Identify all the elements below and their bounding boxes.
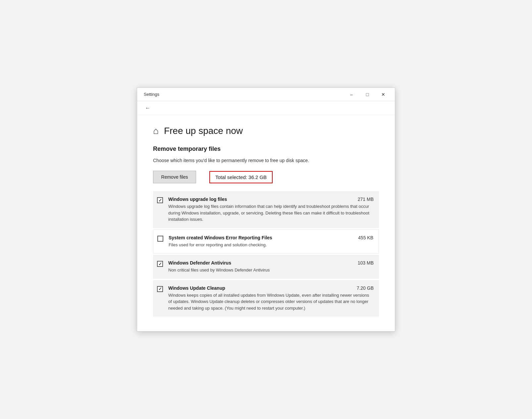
item-1-size: 271 MB — [358, 197, 374, 202]
checkbox-windows-update-cleanup[interactable] — [157, 286, 163, 292]
nav-bar: ← — [137, 101, 395, 115]
item-1-name: Windows upgrade log files — [168, 197, 227, 202]
back-button[interactable]: ← — [142, 104, 153, 112]
item-3-header: Windows Defender Antivirus 103 MB — [168, 260, 374, 266]
remove-files-button[interactable]: Remove files — [153, 171, 196, 183]
item-4-desc: Windows keeps copies of all installed up… — [168, 292, 374, 312]
item-2-header: System created Windows Error Reporting F… — [169, 235, 373, 240]
checkbox-icon[interactable] — [157, 261, 163, 267]
item-3-desc: Non critical files used by Windows Defen… — [168, 267, 374, 273]
checkbox-icon[interactable] — [157, 197, 163, 203]
item-3-name: Windows Defender Antivirus — [168, 260, 231, 266]
checkbox-error-reporting[interactable] — [157, 236, 163, 242]
action-row: Remove files Total selected: 36.2 GB — [153, 171, 379, 183]
close-button[interactable]: ✕ — [376, 89, 391, 100]
page-header: ⌂ Free up space now — [153, 126, 379, 136]
checkbox-windows-defender[interactable] — [157, 261, 163, 267]
item-3-size: 103 MB — [358, 260, 374, 266]
description-text: Choose which items you'd like to permane… — [153, 157, 325, 164]
item-2-desc: Files used for error reporting and solut… — [169, 242, 373, 248]
item-1-content: Windows upgrade log files 271 MB Windows… — [168, 197, 374, 223]
maximize-button[interactable]: □ — [360, 89, 375, 100]
item-2-name: System created Windows Error Reporting F… — [169, 235, 272, 240]
list-item: System created Windows Error Reporting F… — [153, 229, 379, 254]
item-2-content: System created Windows Error Reporting F… — [169, 235, 373, 248]
checkbox-icon[interactable] — [157, 236, 163, 242]
page-title: Free up space now — [164, 126, 243, 136]
total-selected-badge: Total selected: 36.2 GB — [209, 171, 273, 183]
list-item: Windows Update Cleanup 7.20 GB Windows k… — [153, 280, 379, 317]
item-4-content: Windows Update Cleanup 7.20 GB Windows k… — [168, 285, 374, 312]
checkbox-icon[interactable] — [157, 286, 163, 292]
item-3-content: Windows Defender Antivirus 103 MB Non cr… — [168, 260, 374, 273]
item-1-desc: Windows upgrade log files contain inform… — [168, 203, 374, 223]
window-controls: – □ ✕ — [344, 89, 391, 100]
list-item: Windows Defender Antivirus 103 MB Non cr… — [153, 255, 379, 279]
minimize-button[interactable]: – — [344, 89, 359, 100]
item-2-size: 455 KB — [358, 235, 373, 240]
main-content: ⌂ Free up space now Remove temporary fil… — [137, 115, 395, 331]
app-title: Settings — [144, 92, 344, 97]
item-4-name: Windows Update Cleanup — [168, 285, 225, 291]
home-icon: ⌂ — [153, 126, 159, 136]
item-1-header: Windows upgrade log files 271 MB — [168, 197, 374, 202]
list-item: Windows upgrade log files 271 MB Windows… — [153, 191, 379, 228]
section-title: Remove temporary files — [153, 146, 379, 152]
item-4-header: Windows Update Cleanup 7.20 GB — [168, 285, 374, 291]
checkbox-windows-upgrade-log[interactable] — [157, 197, 163, 203]
items-list: Windows upgrade log files 271 MB Windows… — [153, 191, 379, 318]
item-4-size: 7.20 GB — [357, 285, 374, 291]
title-bar: Settings – □ ✕ — [137, 88, 395, 101]
